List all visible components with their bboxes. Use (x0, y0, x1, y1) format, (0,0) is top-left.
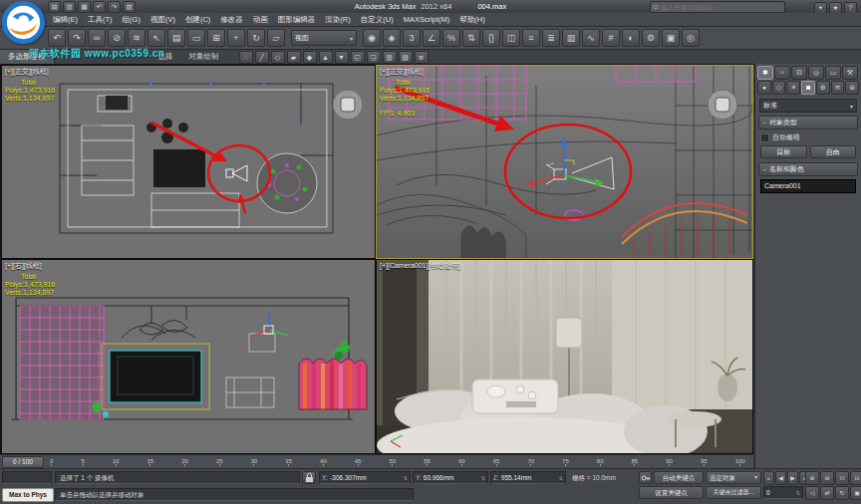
menu-item[interactable]: 渲染(R) (320, 15, 355, 25)
target-camera-button[interactable]: 目标 (760, 145, 807, 158)
menu-item[interactable]: 修改器 (215, 15, 248, 25)
key-scope-dropdown[interactable]: 选定对象▾ (706, 471, 761, 484)
edge-mode-icon[interactable]: ╱ (255, 51, 269, 64)
vertex-mode-icon[interactable]: ∴ (239, 51, 253, 64)
open-file-icon[interactable]: ▥ (63, 1, 76, 13)
create-tab-icon[interactable]: ✱ (757, 66, 773, 80)
layer-manager-icon[interactable]: ≣ (542, 29, 560, 47)
save-file-icon[interactable]: ▦ (78, 1, 91, 13)
window-crossing-icon[interactable]: ⊞ (207, 29, 225, 47)
border-mode-icon[interactable]: ◇ (271, 51, 285, 64)
zoom-extents-all-icon[interactable]: ⊟ (850, 471, 861, 485)
systems-category-icon[interactable]: ⊛ (845, 81, 859, 95)
geometry-category-icon[interactable]: ● (757, 81, 771, 95)
name-color-rollout-header[interactable]: −名称和颜色 (758, 162, 858, 176)
maximize-viewport-toggle-icon[interactable]: ▣ (850, 486, 861, 500)
project-folder-icon[interactable]: ▧ (123, 1, 136, 13)
zoom-extents-icon[interactable]: ⊡ (835, 471, 849, 485)
outline-tool-icon[interactable]: ◲ (367, 51, 381, 64)
extrude-tool-icon[interactable]: ▲ (319, 51, 333, 64)
free-camera-button[interactable]: 自由 (810, 145, 857, 158)
rendered-frame-window-icon[interactable]: ▣ (662, 29, 680, 47)
zoom-all-icon[interactable]: ⊞ (820, 471, 834, 485)
hierarchy-tab-icon[interactable]: ⊟ (791, 66, 807, 80)
select-and-manipulate-icon[interactable]: ◈ (383, 29, 401, 47)
menu-item[interactable]: 工具(T) (83, 15, 118, 25)
viewport-top-right[interactable]: [+][正交][线框] Total Polys:1,473,916 Verts:… (376, 65, 753, 259)
select-and-link-icon[interactable]: ∞ (88, 29, 106, 47)
select-and-rotate-icon[interactable]: ↻ (247, 29, 265, 47)
reference-coordinate-dropdown[interactable]: 视图▾ (291, 30, 357, 46)
mini-script-listener[interactable] (2, 471, 52, 484)
viewport-label[interactable]: [+][右][线框] (5, 261, 42, 271)
viewport-top-left[interactable]: [+][正交][线框] Total Polys:1,473,916 Verts:… (1, 65, 376, 259)
polygon-mode-icon[interactable]: ▰ (287, 51, 301, 64)
object-class-dropdown[interactable]: 标准▾ (759, 99, 857, 113)
mirror-icon[interactable]: ◫ (502, 29, 520, 47)
lights-category-icon[interactable]: ☀ (786, 81, 800, 95)
bevel-tool-icon[interactable]: ▼ (335, 51, 349, 64)
select-and-scale-icon[interactable]: ▱ (267, 29, 285, 47)
new-scene-icon[interactable]: ▤ (48, 1, 61, 13)
x-coordinate-field[interactable]: X:-306.307mm⇅ (319, 471, 411, 484)
viewport-label[interactable]: [+][正交][线框] (5, 67, 49, 77)
unlink-selection-icon[interactable]: ⊘ (108, 29, 126, 47)
select-by-name-icon[interactable]: ▤ (167, 29, 185, 47)
field-of-view-icon[interactable]: ◁ (805, 486, 819, 500)
auto-key-button[interactable]: 自动关键点 (654, 471, 704, 484)
time-ruler[interactable]: 0510152025303540455055606570758085909510… (44, 458, 753, 466)
menu-item[interactable]: 创建(C) (180, 15, 215, 25)
favorites-icon[interactable]: ★ (829, 2, 842, 14)
spinner-snap-icon[interactable]: ⇅ (462, 29, 480, 47)
menu-item[interactable]: MAXScript(M) (399, 15, 455, 24)
viewport-bottom-left[interactable]: [+][右][线框] Total Polys:1,473,916 Verts:1… (1, 259, 376, 454)
communication-center-icon[interactable]: ✦ (814, 2, 827, 14)
space-warps-category-icon[interactable]: ≋ (831, 81, 845, 95)
checkbox-box[interactable] (760, 133, 769, 142)
weld-tool-icon[interactable]: ▨ (399, 51, 413, 64)
shapes-category-icon[interactable]: ◇ (772, 81, 786, 95)
modify-tab-icon[interactable]: ≈ (774, 66, 790, 80)
snaps-toggle-icon[interactable]: 3 (403, 29, 421, 47)
redo-icon[interactable]: ↷ (68, 29, 86, 47)
orbit-camera-icon[interactable]: ↻ (835, 486, 849, 500)
render-setup-icon[interactable]: ⚙ (642, 29, 660, 47)
helpers-category-icon[interactable]: ⊕ (816, 81, 830, 95)
ribbon-tab[interactable]: 对象绘制 (181, 50, 227, 64)
key-filters-button[interactable]: 关键点过滤器... (706, 486, 761, 499)
align-icon[interactable]: ≡ (522, 29, 540, 47)
zoom-icon[interactable]: ⊕ (805, 471, 819, 485)
bind-to-space-warp-icon[interactable]: ≋ (128, 29, 145, 47)
render-production-icon[interactable]: ◎ (682, 29, 700, 47)
percent-snap-icon[interactable]: % (442, 29, 460, 47)
curve-editor-icon[interactable]: ∿ (582, 29, 600, 47)
play-animation-icon[interactable]: ▶ (787, 471, 798, 485)
menu-item[interactable]: 动画 (248, 15, 273, 25)
angle-snap-icon[interactable]: ∠ (423, 29, 440, 47)
bridge-tool-icon[interactable]: ▥ (383, 51, 397, 64)
redo-icon[interactable]: ↷ (108, 1, 121, 13)
selection-lock-toggle[interactable] (302, 471, 316, 484)
pan-view-icon[interactable]: ⇄ (820, 486, 834, 500)
set-key-button[interactable]: 设置关键点 (639, 486, 704, 499)
viewport-bottom-right[interactable]: [+][Camera001][明暗处理] (376, 259, 753, 454)
select-object-icon[interactable]: ↖ (147, 29, 165, 47)
time-slider-handle[interactable]: 0 / 100 (2, 456, 44, 468)
undo-icon[interactable]: ↶ (93, 1, 106, 13)
menu-item[interactable]: 自定义(U) (356, 15, 399, 25)
object-name-field[interactable]: Camera001 (760, 179, 856, 193)
y-coordinate-field[interactable]: Y:60.966mm⇅ (413, 471, 488, 484)
cameras-category-icon[interactable]: ◙ (801, 81, 815, 95)
time-slider[interactable]: 0 / 100 05101520253035404550556065707580… (0, 454, 753, 468)
menu-item[interactable]: 视图(V) (145, 15, 180, 25)
search-input[interactable] (659, 4, 782, 11)
menu-item[interactable]: 帮助(H) (454, 15, 489, 25)
graphite-ribbon-toggle-icon[interactable]: ▥ (562, 29, 580, 47)
set-key-icon-button[interactable] (639, 471, 652, 484)
current-frame-field[interactable]: 0⇅ (763, 486, 803, 499)
viewport-label[interactable]: [+][Camera001][明暗处理] (380, 261, 459, 271)
rectangular-selection-region-icon[interactable]: ▭ (187, 29, 205, 47)
menu-item[interactable]: 组(G) (118, 15, 145, 25)
go-to-start-icon[interactable]: « (763, 471, 774, 485)
named-selection-sets-icon[interactable]: {} (482, 29, 500, 47)
